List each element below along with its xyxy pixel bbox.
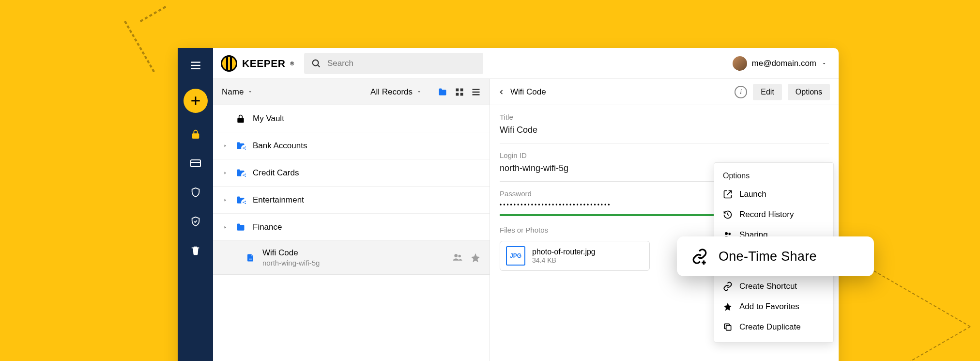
view-folder-icon[interactable] <box>437 87 448 97</box>
view-grid-icon[interactable] <box>455 87 464 97</box>
chevron-right-icon <box>222 224 229 231</box>
app-header: KEEPER® me@domain.com <box>213 48 839 79</box>
detail-header: Wifi Code i Edit Options <box>490 79 839 105</box>
svg-point-22 <box>243 202 244 203</box>
options-button[interactable]: Options <box>788 84 830 100</box>
view-list-icon[interactable] <box>471 87 481 97</box>
folder-label: Credit Cards <box>253 168 299 178</box>
field-label-login: Login ID <box>500 151 829 159</box>
svg-point-7 <box>313 60 319 65</box>
field-label-title: Title <box>500 113 829 121</box>
one-time-share-label: One-Time Share <box>719 249 817 264</box>
star-icon <box>723 302 733 312</box>
vault-root-row[interactable]: My Vault <box>213 105 490 132</box>
svg-point-24 <box>245 203 246 204</box>
folder-row[interactable]: Finance <box>213 214 490 241</box>
options-item-launch[interactable]: Launch <box>714 184 833 204</box>
document-icon <box>245 252 256 263</box>
trash-icon[interactable] <box>188 243 203 258</box>
launch-icon <box>723 189 733 199</box>
file-type-badge: JPG <box>506 246 525 266</box>
file-size: 34.4 KB <box>532 256 596 264</box>
svg-rect-11 <box>456 93 459 95</box>
chevron-down-icon <box>247 89 253 94</box>
vault-icon[interactable] <box>188 126 203 142</box>
sort-by-name[interactable]: Name <box>222 87 253 97</box>
info-button[interactable]: i <box>735 86 747 98</box>
chevron-right-icon <box>222 142 229 149</box>
options-item-shortcut[interactable]: Create Shortcut <box>714 276 833 297</box>
chevron-right-icon <box>222 197 229 204</box>
record-detail-panel: Wifi Code i Edit Options Title Wifi Code… <box>490 79 839 361</box>
search-input[interactable] <box>327 59 476 68</box>
shared-folder-icon <box>235 141 246 151</box>
nav-sidebar <box>178 48 213 361</box>
svg-rect-26 <box>249 259 252 259</box>
svg-point-27 <box>454 254 458 257</box>
menu-icon[interactable] <box>188 58 203 73</box>
svg-rect-14 <box>473 91 480 93</box>
svg-point-18 <box>245 148 246 149</box>
list-toolbar: Name All Records <box>213 79 490 105</box>
field-value-title: Wifi Code <box>500 125 829 143</box>
chevron-down-icon <box>821 61 827 66</box>
svg-rect-10 <box>460 88 463 91</box>
add-button[interactable] <box>184 89 208 113</box>
svg-point-21 <box>245 175 246 176</box>
account-email: me@domain.com <box>752 59 816 68</box>
svg-point-30 <box>728 233 731 235</box>
folder-row[interactable]: Entertainment <box>213 187 490 214</box>
options-dropdown-title: Options <box>714 168 833 184</box>
one-time-share-callout[interactable]: One-Time Share <box>677 236 874 276</box>
shared-folder-icon <box>235 168 246 178</box>
vault-root-label: My Vault <box>253 114 284 124</box>
back-button[interactable] <box>499 88 505 96</box>
cards-icon[interactable] <box>188 156 203 171</box>
options-item-duplicate[interactable]: Create Duplicate <box>714 317 833 337</box>
file-name: photo-of-router.jpg <box>532 248 596 256</box>
link-icon <box>723 282 733 291</box>
shield-check-icon[interactable] <box>188 214 203 229</box>
record-subtitle: north-wing-wifi-5g <box>262 259 320 267</box>
lock-icon <box>235 114 246 124</box>
chevron-down-icon <box>416 89 422 94</box>
svg-rect-9 <box>456 88 459 91</box>
folder-label: Finance <box>253 222 282 232</box>
file-attachment[interactable]: JPG photo-of-router.jpg 34.4 KB <box>500 241 650 271</box>
brand-logo: KEEPER® <box>221 55 294 72</box>
svg-line-8 <box>318 64 320 66</box>
record-title: Wifi Code <box>262 248 320 258</box>
folder-label: Bank Accounts <box>253 141 307 151</box>
favorite-star-icon[interactable] <box>470 252 481 263</box>
options-item-favorite[interactable]: Add to Favorites <box>714 297 833 317</box>
folder-label: Entertainment <box>253 195 304 205</box>
app-window: KEEPER® me@domain.com Name <box>178 48 839 361</box>
brand-mark-icon <box>221 55 237 72</box>
brand-text: KEEPER <box>242 58 285 69</box>
one-time-share-icon <box>691 248 708 265</box>
folder-icon <box>235 222 246 232</box>
shield-icon[interactable] <box>188 185 203 200</box>
records-list-panel: Name All Records <box>213 79 490 361</box>
record-row-selected[interactable]: Wifi Code north-wing-wifi-5g <box>213 241 490 275</box>
shared-indicator-icon <box>452 252 463 263</box>
search-box[interactable] <box>304 53 483 74</box>
svg-point-17 <box>245 146 246 147</box>
filter-records[interactable]: All Records <box>370 87 422 97</box>
folder-row[interactable]: Bank Accounts <box>213 132 490 159</box>
detail-title: Wifi Code <box>510 87 546 97</box>
svg-point-23 <box>245 201 246 202</box>
search-icon <box>311 58 322 69</box>
svg-point-16 <box>243 147 244 148</box>
edit-button[interactable]: Edit <box>753 84 782 100</box>
svg-rect-25 <box>249 258 252 258</box>
chevron-right-icon <box>222 170 229 176</box>
svg-rect-15 <box>473 94 480 95</box>
account-menu[interactable]: me@domain.com <box>733 56 827 71</box>
folder-row[interactable]: Credit Cards <box>213 159 490 187</box>
svg-point-19 <box>243 174 244 175</box>
options-item-history[interactable]: Record History <box>714 204 833 225</box>
svg-rect-31 <box>726 326 731 330</box>
shared-folder-icon <box>235 195 246 205</box>
svg-point-28 <box>459 254 461 257</box>
